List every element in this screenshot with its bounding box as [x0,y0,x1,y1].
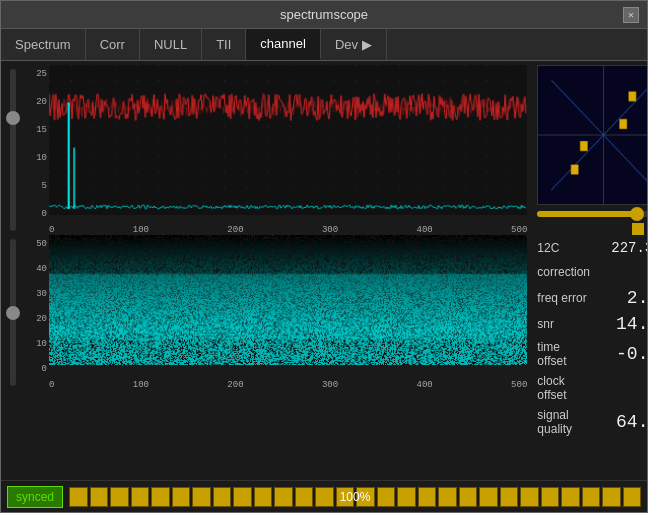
value-clock-offset: 0 [590,378,647,398]
label-time-offset: time offset [537,340,590,368]
close-button[interactable]: ✕ [623,7,639,23]
bottom-chart-canvas [49,235,527,365]
data-row-freq-error: freq error 2.57 [537,287,647,309]
main-content: 25 20 15 10 5 0 0100200300400500 [1,61,647,480]
top-chart-y-axis: 25 20 15 10 5 0 [21,65,49,223]
tab-dev[interactable]: Dev ▶ [321,29,387,60]
tab-spectrum[interactable]: Spectrum [1,29,86,60]
constellation-display [537,65,647,205]
gain-slider-track[interactable] [537,211,647,217]
label-freq-error: freq error [537,291,586,305]
data-row-12c: 12C 227.360 [537,239,647,257]
tab-corr[interactable]: Corr [86,29,140,60]
bottom-chart-slider[interactable] [5,235,21,390]
value-correction: 0 [590,262,647,282]
top-chart-x-axis: 0100200300400500 [21,223,527,235]
value-12c: 227.360 [590,240,647,256]
data-row-time-offset: time offset -0.06 [537,339,647,369]
top-chart-slider[interactable] [5,65,21,235]
right-panel: ncp 12C 227.360 correction 0 freq error … [531,61,647,480]
top-chart: 25 20 15 10 5 0 0100200300400500 [5,65,527,235]
bottom-chart: 50 40 30 20 10 0 0100200300400500 [5,235,527,390]
data-row-signal-quality: signal quality 64.60 [537,407,647,437]
ncp-row: ncp [537,223,647,235]
label-correction: correction [537,265,590,279]
value-freq-error: 2.57 [590,288,647,308]
data-row-clock-offset: clock offset 0 [537,373,647,403]
tab-tii[interactable]: TII [202,29,246,60]
tab-channel[interactable]: channel [246,29,321,60]
value-signal-quality: 64.60 [590,412,647,432]
label-signal-quality: signal quality [537,408,590,436]
bottom-chart-y-axis: 50 40 30 20 10 0 [21,235,49,378]
progress-percent: 100% [69,490,641,504]
window-title: spectrumscope [280,7,368,22]
progress-bar-wrapper: 100% [69,487,641,507]
ncp-indicator [632,223,644,235]
label-clock-offset: clock offset [537,374,590,402]
top-chart-canvas [49,65,527,215]
data-row-correction: correction 0 [537,261,647,283]
synced-badge: synced [7,486,63,508]
titlebar: spectrumscope ✕ [1,1,647,29]
bottom-bar: synced 100% [1,480,647,512]
label-snr: snr [537,317,554,331]
label-12c: 12C [537,241,559,255]
value-snr: 14.08 [590,314,647,334]
left-panel: 25 20 15 10 5 0 0100200300400500 [1,61,531,480]
tab-bar: Spectrum Corr NULL TII channel Dev ▶ [1,29,647,61]
main-window: spectrumscope ✕ Spectrum Corr NULL TII c… [0,0,648,513]
gain-slider-row [537,209,647,219]
value-time-offset: -0.06 [590,344,647,364]
bottom-chart-x-axis: 0100200300400500 [21,378,527,390]
data-row-snr: snr 14.08 [537,313,647,335]
tab-null[interactable]: NULL [140,29,202,60]
